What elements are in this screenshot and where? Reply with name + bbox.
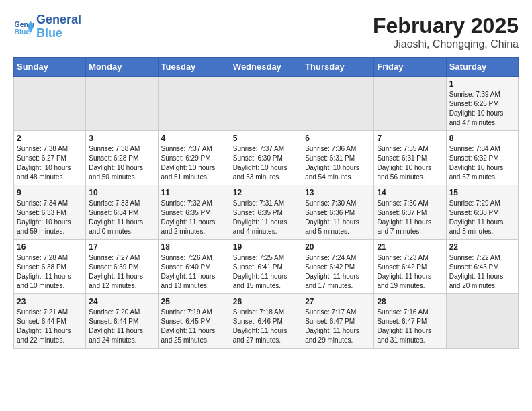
title-area: February 2025 Jiaoshi, Chongqing, China	[373, 13, 519, 50]
day-cell: 13Sunrise: 7:30 AM Sunset: 6:36 PM Dayli…	[302, 185, 374, 240]
day-info: Sunrise: 7:19 AM Sunset: 6:45 PM Dayligh…	[161, 308, 227, 345]
day-cell	[446, 294, 518, 349]
day-cell	[302, 77, 374, 131]
day-info: Sunrise: 7:16 AM Sunset: 6:47 PM Dayligh…	[377, 308, 443, 345]
day-cell: 20Sunrise: 7:24 AM Sunset: 6:42 PM Dayli…	[302, 240, 374, 294]
day-number: 27	[305, 297, 371, 306]
day-cell: 4Sunrise: 7:37 AM Sunset: 6:29 PM Daylig…	[158, 131, 230, 185]
day-number: 3	[89, 134, 154, 143]
day-cell: 15Sunrise: 7:29 AM Sunset: 6:38 PM Dayli…	[446, 185, 518, 240]
day-cell: 14Sunrise: 7:30 AM Sunset: 6:37 PM Dayli…	[374, 185, 446, 240]
day-number: 8	[449, 134, 515, 143]
day-info: Sunrise: 7:37 AM Sunset: 6:29 PM Dayligh…	[161, 144, 227, 182]
day-number: 17	[89, 242, 154, 252]
day-info: Sunrise: 7:33 AM Sunset: 6:34 PM Dayligh…	[89, 199, 154, 236]
day-number: 12	[233, 188, 299, 197]
header-sunday: Sunday	[14, 58, 86, 77]
day-cell: 2Sunrise: 7:38 AM Sunset: 6:27 PM Daylig…	[14, 131, 86, 185]
day-info: Sunrise: 7:36 AM Sunset: 6:31 PM Dayligh…	[305, 144, 371, 182]
day-number: 23	[17, 297, 83, 306]
day-cell: 17Sunrise: 7:27 AM Sunset: 6:39 PM Dayli…	[86, 240, 158, 294]
day-cell: 11Sunrise: 7:32 AM Sunset: 6:35 PM Dayli…	[158, 185, 230, 240]
week-row-2: 9Sunrise: 7:34 AM Sunset: 6:33 PM Daylig…	[14, 185, 519, 240]
calendar-body: 1Sunrise: 7:39 AM Sunset: 6:26 PM Daylig…	[14, 77, 519, 349]
header-thursday: Thursday	[302, 58, 374, 77]
day-info: Sunrise: 7:34 AM Sunset: 6:33 PM Dayligh…	[17, 199, 83, 236]
day-cell: 6Sunrise: 7:36 AM Sunset: 6:31 PM Daylig…	[302, 131, 374, 185]
page-title: February 2025	[373, 13, 519, 38]
day-cell: 27Sunrise: 7:17 AM Sunset: 6:47 PM Dayli…	[302, 294, 374, 349]
day-info: Sunrise: 7:24 AM Sunset: 6:42 PM Dayligh…	[305, 253, 371, 291]
day-info: Sunrise: 7:22 AM Sunset: 6:43 PM Dayligh…	[449, 253, 515, 291]
day-number: 24	[89, 297, 154, 306]
day-cell: 12Sunrise: 7:31 AM Sunset: 6:35 PM Dayli…	[230, 185, 302, 240]
day-number: 1	[449, 79, 515, 89]
day-cell: 10Sunrise: 7:33 AM Sunset: 6:34 PM Dayli…	[86, 185, 158, 240]
day-number: 19	[233, 242, 299, 252]
day-number: 4	[161, 134, 227, 143]
day-number: 11	[161, 188, 227, 197]
day-number: 6	[305, 134, 371, 143]
day-info: Sunrise: 7:37 AM Sunset: 6:30 PM Dayligh…	[233, 144, 299, 182]
day-info: Sunrise: 7:30 AM Sunset: 6:37 PM Dayligh…	[377, 199, 443, 236]
logo-general: General	[36, 13, 81, 27]
day-info: Sunrise: 7:30 AM Sunset: 6:36 PM Dayligh…	[305, 199, 371, 236]
header-friday: Friday	[374, 58, 446, 77]
day-cell: 24Sunrise: 7:20 AM Sunset: 6:44 PM Dayli…	[86, 294, 158, 349]
day-number: 5	[233, 134, 299, 143]
day-cell	[158, 77, 230, 131]
day-info: Sunrise: 7:38 AM Sunset: 6:28 PM Dayligh…	[89, 144, 154, 182]
header-row: SundayMondayTuesdayWednesdayThursdayFrid…	[14, 58, 519, 77]
day-info: Sunrise: 7:18 AM Sunset: 6:46 PM Dayligh…	[233, 308, 299, 345]
header-monday: Monday	[86, 58, 158, 77]
day-info: Sunrise: 7:38 AM Sunset: 6:27 PM Dayligh…	[17, 144, 83, 182]
day-info: Sunrise: 7:23 AM Sunset: 6:42 PM Dayligh…	[377, 253, 443, 291]
day-number: 14	[377, 188, 443, 197]
day-cell: 23Sunrise: 7:21 AM Sunset: 6:44 PM Dayli…	[14, 294, 86, 349]
logo-blue: Blue	[36, 27, 81, 40]
day-cell: 28Sunrise: 7:16 AM Sunset: 6:47 PM Dayli…	[374, 294, 446, 349]
day-number: 21	[377, 242, 443, 252]
day-info: Sunrise: 7:26 AM Sunset: 6:40 PM Dayligh…	[161, 253, 227, 291]
day-number: 25	[161, 297, 227, 306]
day-number: 22	[449, 242, 515, 252]
day-number: 2	[17, 134, 83, 143]
day-info: Sunrise: 7:34 AM Sunset: 6:32 PM Dayligh…	[449, 144, 515, 182]
day-cell: 1Sunrise: 7:39 AM Sunset: 6:26 PM Daylig…	[446, 77, 518, 131]
week-row-0: 1Sunrise: 7:39 AM Sunset: 6:26 PM Daylig…	[14, 77, 519, 131]
day-info: Sunrise: 7:20 AM Sunset: 6:44 PM Dayligh…	[89, 308, 154, 345]
header: General Blue General Blue February 2025 …	[13, 13, 519, 50]
day-info: Sunrise: 7:31 AM Sunset: 6:35 PM Dayligh…	[233, 199, 299, 236]
day-number: 16	[17, 242, 83, 252]
logo: General Blue General Blue	[13, 13, 81, 40]
day-cell: 5Sunrise: 7:37 AM Sunset: 6:30 PM Daylig…	[230, 131, 302, 185]
day-number: 26	[233, 297, 299, 306]
day-cell: 7Sunrise: 7:35 AM Sunset: 6:31 PM Daylig…	[374, 131, 446, 185]
day-info: Sunrise: 7:21 AM Sunset: 6:44 PM Dayligh…	[17, 308, 83, 345]
day-cell: 26Sunrise: 7:18 AM Sunset: 6:46 PM Dayli…	[230, 294, 302, 349]
day-info: Sunrise: 7:27 AM Sunset: 6:39 PM Dayligh…	[89, 253, 154, 291]
day-number: 10	[89, 188, 154, 197]
header-tuesday: Tuesday	[158, 58, 230, 77]
day-info: Sunrise: 7:28 AM Sunset: 6:38 PM Dayligh…	[17, 253, 83, 291]
day-number: 7	[377, 134, 443, 143]
day-cell: 25Sunrise: 7:19 AM Sunset: 6:45 PM Dayli…	[158, 294, 230, 349]
day-cell: 19Sunrise: 7:25 AM Sunset: 6:41 PM Dayli…	[230, 240, 302, 294]
day-cell: 18Sunrise: 7:26 AM Sunset: 6:40 PM Dayli…	[158, 240, 230, 294]
day-number: 9	[17, 188, 83, 197]
day-cell	[374, 77, 446, 131]
day-cell: 9Sunrise: 7:34 AM Sunset: 6:33 PM Daylig…	[14, 185, 86, 240]
day-info: Sunrise: 7:39 AM Sunset: 6:26 PM Dayligh…	[449, 90, 515, 128]
day-number: 20	[305, 242, 371, 252]
day-cell	[230, 77, 302, 131]
day-cell	[86, 77, 158, 131]
week-row-3: 16Sunrise: 7:28 AM Sunset: 6:38 PM Dayli…	[14, 240, 519, 294]
day-cell: 22Sunrise: 7:22 AM Sunset: 6:43 PM Dayli…	[446, 240, 518, 294]
day-cell: 21Sunrise: 7:23 AM Sunset: 6:42 PM Dayli…	[374, 240, 446, 294]
day-number: 28	[377, 297, 443, 306]
header-saturday: Saturday	[446, 58, 518, 77]
day-cell: 3Sunrise: 7:38 AM Sunset: 6:28 PM Daylig…	[86, 131, 158, 185]
week-row-1: 2Sunrise: 7:38 AM Sunset: 6:27 PM Daylig…	[14, 131, 519, 185]
header-wednesday: Wednesday	[230, 58, 302, 77]
day-info: Sunrise: 7:32 AM Sunset: 6:35 PM Dayligh…	[161, 199, 227, 236]
